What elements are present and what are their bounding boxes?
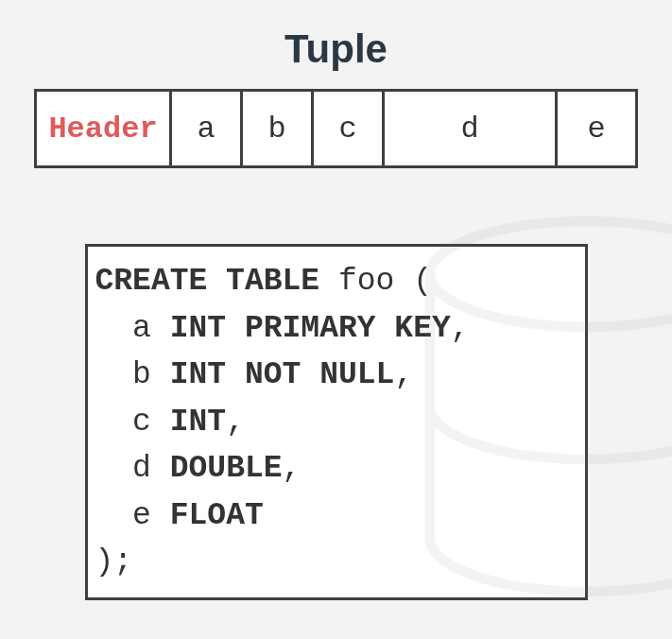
sql-comma: , — [283, 451, 302, 486]
tuple-table: Header a b c d e — [34, 89, 638, 168]
tuple-cell-e: e — [558, 92, 635, 165]
diagram-title: Tuple — [0, 26, 672, 72]
tuple-header-cell: Header — [37, 92, 169, 165]
tuple-cell-b: b — [243, 92, 311, 165]
sql-col-name: c — [132, 405, 151, 440]
sql-col-name: a — [132, 311, 151, 346]
sql-col-type: INT PRIMARY KEY — [170, 311, 451, 346]
sql-comma: , — [226, 405, 245, 440]
tuple-cell-c: c — [314, 92, 382, 165]
sql-col-type: INT NOT NULL — [170, 357, 395, 392]
sql-table-name: foo — [338, 264, 394, 299]
sql-col-name: d — [132, 451, 151, 486]
tuple-cell-d: d — [385, 92, 555, 165]
sql-comma: , — [394, 357, 413, 392]
sql-col-type: INT — [170, 405, 226, 440]
sql-code-block: CREATE TABLE foo ( a INT PRIMARY KEY, b … — [85, 244, 588, 600]
sql-col-name: b — [132, 357, 151, 392]
sql-col-name: e — [132, 498, 151, 533]
sql-keyword-create: CREATE TABLE — [95, 264, 320, 299]
tuple-cell-a: a — [172, 92, 240, 165]
sql-col-type: FLOAT — [170, 498, 264, 533]
sql-open-paren: ( — [413, 264, 432, 299]
sql-col-type: DOUBLE — [170, 451, 283, 486]
sql-close-paren: ); — [95, 544, 133, 579]
sql-comma: , — [451, 311, 470, 346]
